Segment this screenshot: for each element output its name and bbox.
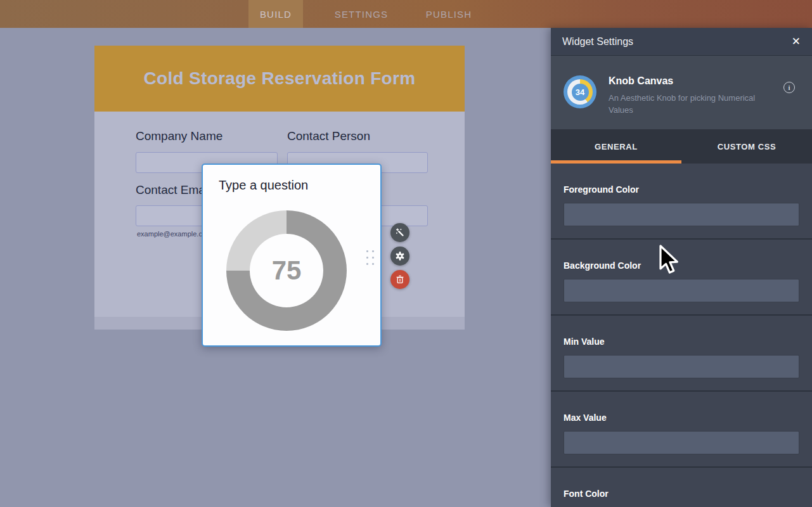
- panel-tab-bar: GENERAL CUSTOM CSS: [551, 129, 812, 164]
- app-topbar: BUILD SETTINGS PUBLISH: [0, 0, 812, 28]
- close-icon[interactable]: ✕: [792, 36, 801, 47]
- tab-custom-css[interactable]: CUSTOM CSS: [681, 129, 812, 164]
- magic-wand-icon: [395, 228, 405, 238]
- magic-wand-button[interactable]: [390, 223, 409, 242]
- contact-person-label: Contact Person: [287, 129, 370, 143]
- foreground-color-section: Foreground Color: [551, 164, 812, 240]
- font-color-label: Font Color: [564, 489, 799, 499]
- info-icon[interactable]: i: [783, 82, 795, 93]
- tab-build[interactable]: BUILD: [248, 0, 303, 28]
- foreground-color-label: Foreground Color: [564, 184, 799, 195]
- min-value-label: Min Value: [564, 337, 799, 347]
- widget-icon-value: 34: [572, 84, 589, 101]
- drag-handle-icon[interactable]: [366, 250, 374, 265]
- foreground-color-input[interactable]: [564, 203, 799, 226]
- widget-settings-button[interactable]: [390, 247, 409, 266]
- background-color-section: Background Color: [551, 240, 812, 316]
- panel-header: Widget Settings ✕: [551, 28, 812, 56]
- form-header[interactable]: Cold Storage Reservation Form: [94, 46, 465, 112]
- font-color-section: Font Color: [551, 468, 812, 507]
- knob-dial[interactable]: 75: [226, 210, 347, 331]
- email-hint-text: example@example.com: [137, 230, 212, 238]
- trash-icon: [396, 275, 404, 284]
- min-value-input[interactable]: [564, 355, 799, 378]
- tab-settings[interactable]: SETTINGS: [323, 0, 399, 28]
- knob-widget-icon: 34: [564, 75, 596, 108]
- widget-description: An Aesthetic Knob for picking Numerical …: [609, 92, 775, 116]
- knob-value: 75: [272, 255, 302, 286]
- widget-name: Knob Canvas: [609, 75, 673, 87]
- question-placeholder[interactable]: Type a question: [219, 178, 308, 193]
- max-value-label: Max Value: [564, 413, 799, 423]
- background-color-input[interactable]: [564, 279, 799, 302]
- knob-center: 75: [250, 234, 323, 307]
- knob-widget-card[interactable]: Type a question 75: [202, 164, 382, 347]
- min-value-section: Min Value: [551, 316, 812, 392]
- background-color-label: Background Color: [564, 260, 799, 271]
- max-value-input[interactable]: [564, 431, 799, 454]
- max-value-section: Max Value: [551, 392, 812, 468]
- contact-email-label: Contact Email: [136, 183, 210, 197]
- company-name-label: Company Name: [136, 129, 222, 143]
- form-title: Cold Storage Reservation Form: [144, 68, 416, 89]
- widget-settings-panel: Widget Settings ✕ 34 Knob Canvas An Aest…: [551, 28, 812, 507]
- gear-icon: [395, 251, 405, 261]
- delete-widget-button[interactable]: [390, 270, 409, 289]
- tab-general[interactable]: GENERAL: [551, 129, 681, 164]
- tab-publish[interactable]: PUBLISH: [411, 0, 487, 28]
- panel-title: Widget Settings: [562, 36, 792, 48]
- widget-info-section: 34 Knob Canvas An Aesthetic Knob for pic…: [551, 56, 812, 129]
